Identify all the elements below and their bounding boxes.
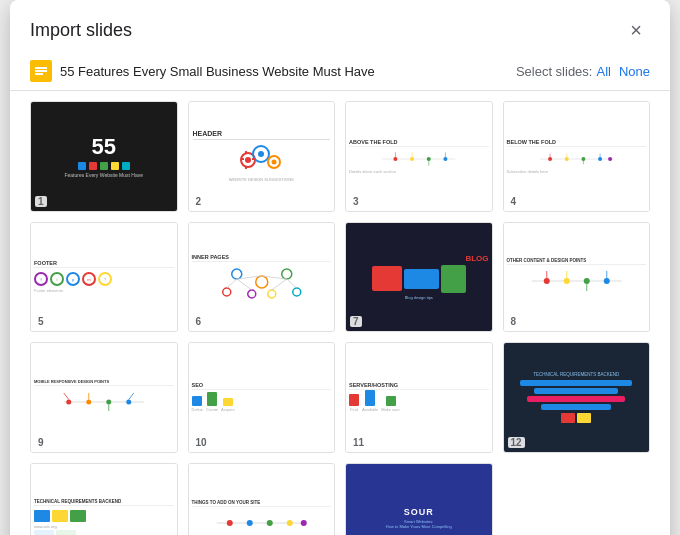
svg-point-65 <box>226 520 232 526</box>
slide-thumbnail-1[interactable]: 55 Features Every Website Must Have 1 <box>30 101 178 212</box>
slide-item-9[interactable]: MOBILE RESPONSIVE DESIGN POINTS 9 <box>30 342 178 453</box>
svg-rect-1 <box>35 67 47 69</box>
slide-thumbnail-2[interactable]: HEADER <box>188 101 336 212</box>
select-all-link[interactable]: All <box>596 64 610 79</box>
slide-thumbnail-11[interactable]: SERVER/HOSTING Find Available Make su <box>345 342 493 453</box>
slide-number-11: 11 <box>350 437 367 448</box>
slide-content-15: SOUR Smart Websites:How to Make Yours Mo… <box>346 464 492 535</box>
source-icon <box>30 60 52 82</box>
select-label: Select slides: <box>516 64 593 79</box>
select-none-link[interactable]: None <box>619 64 650 79</box>
slide-number-4: 4 <box>508 196 520 207</box>
slide-item-4[interactable]: BELOW THE FOLD Subsection details here <box>503 101 651 212</box>
svg-rect-13 <box>252 158 255 160</box>
slide-thumbnail-5[interactable]: FOOTER f i p m ? Footer elements 5 <box>30 222 178 333</box>
slide-content-14: THINGS TO ADD ON YOUR SITE <box>189 464 335 535</box>
slide-thumbnail-13[interactable]: TECHNICAL REQUIREMENTS BACKEND www.site.… <box>30 463 178 535</box>
slide-number-12: 12 <box>508 437 525 448</box>
svg-point-7 <box>258 151 264 157</box>
slide-thumbnail-3[interactable]: ABOVE THE FOLD Details about each sectio… <box>345 101 493 212</box>
slide-thumbnail-14[interactable]: THINGS TO ADD ON YOUR SITE 14 <box>188 463 336 535</box>
svg-point-49 <box>583 278 589 284</box>
slide-number-7: 7 <box>350 316 362 327</box>
slide-thumbnail-12[interactable]: TECHNICAL REQUIREMENTS BACKEND 12 <box>503 342 651 453</box>
slide-item-6[interactable]: INNER PAGES <box>188 222 336 333</box>
slide-number-8: 8 <box>508 316 520 327</box>
close-button[interactable]: × <box>622 16 650 44</box>
slide-item-10[interactable]: SEO Define Create Acquire <box>188 342 336 453</box>
slide-number-9: 9 <box>35 437 47 448</box>
svg-point-38 <box>267 290 275 298</box>
dialog-header: Import slides × <box>10 0 670 54</box>
svg-point-9 <box>272 160 277 165</box>
svg-line-63 <box>129 393 134 400</box>
import-slides-dialog: Import slides × 55 Features Every Small … <box>10 0 670 535</box>
slide-content-5: FOOTER f i p m ? Footer elements <box>31 223 177 332</box>
slide-number-2: 2 <box>193 196 205 207</box>
slide-number-1: 1 <box>35 196 47 207</box>
slide-content-2: HEADER <box>189 102 335 211</box>
svg-point-56 <box>66 400 71 405</box>
slide-content-3: ABOVE THE FOLD Details about each sectio… <box>346 102 492 211</box>
slide-item-13[interactable]: TECHNICAL REQUIREMENTS BACKEND www.site.… <box>30 463 178 535</box>
slide-thumbnail-7[interactable]: BLOG Blog design tips 7 <box>345 222 493 333</box>
svg-point-67 <box>266 520 272 526</box>
slide-thumbnail-15[interactable]: SOUR Smart Websites:How to Make Yours Mo… <box>345 463 493 535</box>
svg-line-60 <box>64 393 69 400</box>
slide-thumbnail-8[interactable]: OTHER CONTENT & DESIGN POINTS 8 <box>503 222 651 333</box>
svg-point-58 <box>106 400 111 405</box>
slide-item-14[interactable]: THINGS TO ADD ON YOUR SITE 14 <box>188 463 336 535</box>
slide-number-10: 10 <box>193 437 210 448</box>
svg-point-68 <box>286 520 292 526</box>
slide-item-11[interactable]: SERVER/HOSTING Find Available Make su <box>345 342 493 453</box>
svg-point-50 <box>603 278 609 284</box>
svg-point-5 <box>245 157 251 163</box>
slide-content-1: 55 Features Every Website Must Have <box>31 102 177 211</box>
svg-point-59 <box>126 400 131 405</box>
slide-content-4: BELOW THE FOLD Subsection details here <box>504 102 650 211</box>
slide-number-3: 3 <box>350 196 362 207</box>
slide-thumbnail-10[interactable]: SEO Define Create Acquire <box>188 342 336 453</box>
svg-point-47 <box>543 278 549 284</box>
slide-item-3[interactable]: ABOVE THE FOLD Details about each sectio… <box>345 101 493 212</box>
slide-content-13: TECHNICAL REQUIREMENTS BACKEND www.site.… <box>31 464 177 535</box>
slide-item-7[interactable]: BLOG Blog design tips 7 <box>345 222 493 333</box>
svg-point-48 <box>563 278 569 284</box>
svg-rect-12 <box>241 158 244 160</box>
slide-item-5[interactable]: FOOTER f i p m ? Footer elements 5 <box>30 222 178 333</box>
svg-point-28 <box>608 157 612 161</box>
slide-number-5: 5 <box>35 316 47 327</box>
svg-line-43 <box>236 279 251 290</box>
slide-content-12: TECHNICAL REQUIREMENTS BACKEND <box>504 343 650 452</box>
source-bar: 55 Features Every Small Business Website… <box>10 54 670 91</box>
slide-item-15[interactable]: SOUR Smart Websites:How to Make Yours Mo… <box>345 463 493 535</box>
slide-thumbnail-4[interactable]: BELOW THE FOLD Subsection details here <box>503 101 651 212</box>
svg-point-35 <box>281 269 291 279</box>
slide-thumbnail-6[interactable]: INNER PAGES <box>188 222 336 333</box>
select-controls: Select slides: All None <box>516 64 650 79</box>
svg-line-42 <box>226 279 236 288</box>
slide-content-9: MOBILE RESPONSIVE DESIGN POINTS <box>31 343 177 452</box>
svg-point-36 <box>222 288 230 296</box>
slide-content-10: SEO Define Create Acquire <box>189 343 335 452</box>
slide-item-8[interactable]: OTHER CONTENT & DESIGN POINTS 8 <box>503 222 651 333</box>
slide-item-12[interactable]: TECHNICAL REQUIREMENTS BACKEND 12 <box>503 342 651 453</box>
svg-line-44 <box>271 279 286 290</box>
slide-item-2[interactable]: HEADER <box>188 101 336 212</box>
slide-content-7: BLOG Blog design tips <box>346 223 492 332</box>
source-info: 55 Features Every Small Business Website… <box>30 60 375 82</box>
slide-thumbnail-9[interactable]: MOBILE RESPONSIVE DESIGN POINTS 9 <box>30 342 178 453</box>
svg-rect-3 <box>35 73 43 75</box>
svg-point-39 <box>292 288 300 296</box>
svg-point-33 <box>255 276 267 288</box>
slide-content-6: INNER PAGES <box>189 223 335 332</box>
svg-rect-2 <box>35 70 47 72</box>
slides-grid[interactable]: 55 Features Every Website Must Have 1 <box>10 91 670 535</box>
slide-item-1[interactable]: 55 Features Every Website Must Have 1 <box>30 101 178 212</box>
svg-point-34 <box>231 269 241 279</box>
svg-point-66 <box>246 520 252 526</box>
svg-point-37 <box>247 290 255 298</box>
source-title: 55 Features Every Small Business Website… <box>60 64 375 79</box>
svg-line-45 <box>286 279 296 288</box>
dialog-title: Import slides <box>30 20 132 41</box>
